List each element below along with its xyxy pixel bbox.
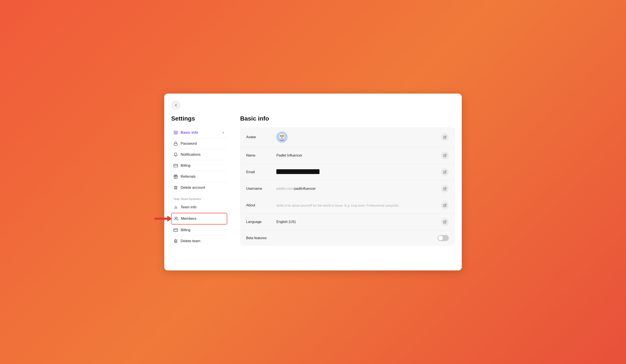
about-edit-button[interactable] bbox=[441, 202, 449, 209]
svg-rect-5 bbox=[174, 164, 178, 167]
username-value: padlet.com/padlinfluencer bbox=[276, 187, 441, 191]
page-title: Basic info bbox=[240, 115, 455, 122]
nav-label-password: Password bbox=[181, 141, 197, 146]
nav-label-team-info: Team info bbox=[181, 205, 196, 209]
settings-card: Avatar bbox=[240, 127, 455, 246]
language-row: Language English (US) bbox=[240, 214, 455, 230]
grid-icon bbox=[173, 130, 178, 135]
sidebar-item-team-info[interactable]: Team info bbox=[171, 202, 227, 213]
team-nav: Team info bbox=[171, 202, 227, 246]
sidebar-item-members[interactable]: Members bbox=[171, 213, 227, 225]
svg-point-24 bbox=[281, 136, 281, 136]
card-icon-team bbox=[173, 228, 178, 233]
language-value: English (US) bbox=[276, 220, 441, 224]
back-button[interactable] bbox=[171, 100, 181, 110]
svg-point-20 bbox=[281, 137, 282, 138]
sidebar-title: Settings bbox=[171, 115, 227, 122]
username-edit-action bbox=[441, 185, 449, 193]
username-row: Username padlet.com/padlinfluencer bbox=[240, 180, 455, 197]
sidebar-item-notifications[interactable]: Notifications bbox=[171, 149, 227, 160]
sidebar-item-team-billing[interactable]: Billing bbox=[171, 225, 227, 236]
nav-label-delete-account: Delete account bbox=[181, 185, 205, 190]
svg-point-19 bbox=[281, 137, 283, 138]
about-label: About bbox=[246, 203, 276, 207]
username-prefix: padlet.com/ bbox=[276, 187, 294, 190]
main-layout: Settings Basic info bbox=[171, 115, 455, 246]
beta-label: Beta features bbox=[246, 236, 276, 240]
bell-icon bbox=[173, 152, 178, 157]
language-edit-action bbox=[441, 218, 449, 226]
name-value: Padlet Influencer bbox=[276, 154, 441, 158]
team-section-label: Tasty Shoot Dynamics bbox=[173, 197, 227, 201]
name-edit-action bbox=[441, 152, 449, 159]
email-row: Email bbox=[240, 164, 455, 180]
settings-window: Settings Basic info bbox=[164, 94, 462, 270]
trash-icon-team bbox=[173, 239, 178, 243]
language-edit-button[interactable] bbox=[441, 218, 449, 226]
sidebar-item-billing[interactable]: Billing bbox=[171, 160, 227, 171]
nav-label-members: Members bbox=[181, 216, 196, 221]
svg-rect-2 bbox=[174, 133, 175, 134]
avatar-edit-button[interactable] bbox=[441, 133, 449, 141]
nav-label-notifications: Notifications bbox=[181, 153, 201, 157]
email-value bbox=[276, 169, 441, 175]
sidebar-item-delete-team[interactable]: Delete team bbox=[171, 236, 227, 246]
bar-icon bbox=[173, 205, 178, 210]
avatar-row: Avatar bbox=[240, 127, 455, 147]
toggle-knob bbox=[438, 236, 443, 241]
svg-point-21 bbox=[282, 137, 283, 138]
nav-arrow-basic-info bbox=[222, 131, 225, 134]
avatar bbox=[276, 131, 288, 143]
svg-rect-4 bbox=[174, 143, 177, 145]
about-row: About Write a bit about yourself for the… bbox=[240, 197, 455, 214]
avatar-value bbox=[276, 131, 441, 143]
name-label: Name bbox=[246, 154, 276, 158]
nav-label-referrals: Referrals bbox=[181, 174, 196, 179]
username-edit-button[interactable] bbox=[441, 185, 449, 193]
about-edit-action bbox=[441, 202, 449, 209]
svg-rect-3 bbox=[176, 133, 177, 134]
sidebar-item-basic-info[interactable]: Basic info bbox=[171, 127, 227, 138]
sidebar-item-referrals[interactable]: Referrals bbox=[171, 171, 227, 182]
lock-icon bbox=[173, 141, 178, 146]
svg-rect-13 bbox=[174, 229, 178, 231]
svg-point-12 bbox=[175, 217, 176, 219]
svg-rect-0 bbox=[174, 131, 175, 132]
svg-point-25 bbox=[283, 136, 283, 136]
avatar-image bbox=[276, 131, 288, 143]
beta-row: Beta features bbox=[240, 230, 455, 246]
main-content: Basic info Avatar bbox=[232, 115, 455, 246]
team-section: Tasty Shoot Dynamics Team info bbox=[171, 197, 227, 246]
nav-label-basic-info: Basic info bbox=[181, 130, 198, 135]
personal-nav: Basic info Password bbox=[171, 127, 227, 193]
beta-toggle[interactable] bbox=[438, 235, 449, 241]
email-edit-action bbox=[441, 168, 449, 176]
svg-rect-1 bbox=[176, 131, 177, 132]
email-label: Email bbox=[246, 170, 276, 174]
nav-label-team-billing: Billing bbox=[181, 228, 190, 232]
avatar-edit-action bbox=[441, 133, 449, 141]
about-placeholder: Write a bit about yourself for the world… bbox=[276, 203, 441, 207]
nav-label-billing: Billing bbox=[181, 163, 190, 168]
beta-toggle-action bbox=[438, 235, 449, 241]
email-redacted bbox=[276, 169, 319, 174]
users-icon bbox=[174, 216, 179, 221]
username-label: Username bbox=[246, 187, 276, 191]
name-row: Name Padlet Influencer bbox=[240, 147, 455, 164]
email-edit-button[interactable] bbox=[441, 168, 449, 176]
gift-icon bbox=[173, 174, 178, 179]
trash-icon bbox=[173, 185, 178, 190]
sidebar: Settings Basic info bbox=[171, 115, 232, 246]
sidebar-item-delete-account[interactable]: Delete account bbox=[171, 182, 227, 193]
username-handle: padlinfluencer bbox=[294, 187, 316, 190]
name-edit-button[interactable] bbox=[441, 152, 449, 159]
avatar-label: Avatar bbox=[246, 135, 276, 139]
card-icon bbox=[173, 163, 178, 168]
sidebar-item-password[interactable]: Password bbox=[171, 138, 227, 149]
members-arrow bbox=[154, 216, 172, 222]
language-label: Language bbox=[246, 220, 276, 224]
nav-label-delete-team: Delete team bbox=[181, 239, 200, 243]
